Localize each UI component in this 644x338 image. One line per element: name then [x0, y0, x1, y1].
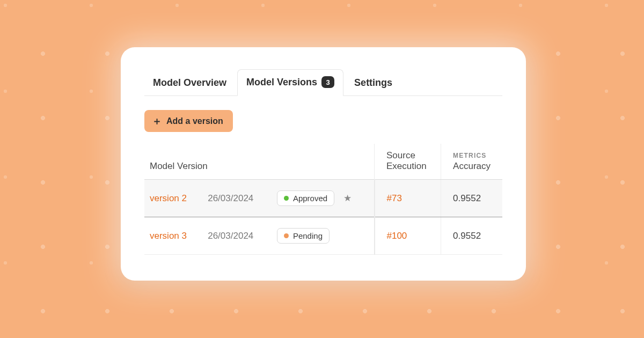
- status-dot-icon: [284, 233, 289, 238]
- versions-table-wrap: Model Version Source Execution METRICS A…: [144, 144, 502, 255]
- add-version-button[interactable]: ＋ Add a version: [144, 110, 233, 132]
- col-header-source-execution: Source Execution: [375, 144, 441, 180]
- status-text: Approved: [293, 194, 327, 203]
- col-header-model-version: Model Version: [144, 144, 272, 180]
- status-text: Pending: [293, 231, 323, 240]
- col-header-status: [272, 144, 375, 180]
- tab-label: Model Overview: [153, 77, 226, 89]
- table-row[interactable]: version 3 26/03/2024 Pending #100: [144, 217, 502, 255]
- toolbar: ＋ Add a version: [144, 110, 502, 132]
- tab-label: Model Versions: [246, 77, 317, 88]
- table-header-row: Model Version Source Execution METRICS A…: [144, 144, 502, 180]
- tab-label: Settings: [354, 77, 392, 89]
- plus-icon: ＋: [152, 116, 162, 126]
- versions-table: Model Version Source Execution METRICS A…: [144, 144, 502, 255]
- status-dot-icon: [284, 196, 289, 201]
- status-badge-approved: Approved: [277, 190, 334, 206]
- source-execution-link[interactable]: #100: [387, 231, 407, 241]
- version-date: 26/03/2024: [208, 231, 253, 241]
- col-header-accuracy: METRICS Accuracy: [441, 144, 502, 180]
- version-link[interactable]: version 2: [150, 193, 187, 203]
- accuracy-label: Accuracy: [453, 161, 491, 171]
- button-label: Add a version: [166, 116, 223, 126]
- status-badge-pending: Pending: [277, 228, 330, 244]
- accuracy-value: 0.9552: [453, 193, 481, 203]
- tab-settings[interactable]: Settings: [346, 71, 401, 96]
- accuracy-value: 0.9552: [453, 231, 481, 241]
- tab-model-versions[interactable]: Model Versions 3: [237, 69, 343, 96]
- table-row[interactable]: version 2 26/03/2024 Approved ★ #73: [144, 180, 502, 217]
- tab-model-overview[interactable]: Model Overview: [144, 71, 235, 96]
- version-date: 26/03/2024: [208, 193, 253, 203]
- model-versions-card: Model Overview Model Versions 3 Settings…: [121, 47, 526, 281]
- versions-count-badge: 3: [321, 76, 334, 88]
- metrics-group-label: METRICS: [453, 152, 497, 159]
- star-icon[interactable]: ★: [343, 193, 352, 204]
- tabs: Model Overview Model Versions 3 Settings: [144, 69, 502, 96]
- source-execution-link[interactable]: #73: [387, 193, 402, 203]
- version-link[interactable]: version 3: [150, 231, 187, 241]
